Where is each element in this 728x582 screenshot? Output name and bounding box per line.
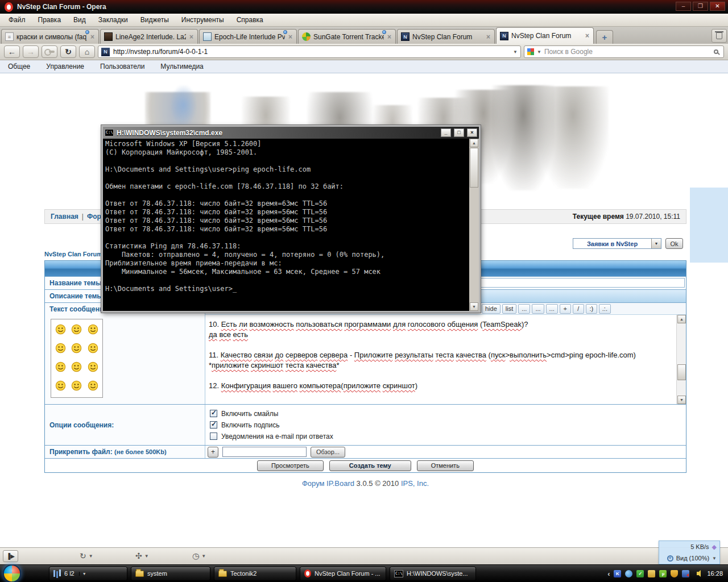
password-button[interactable]: [42, 45, 57, 58]
closed-tabs-button[interactable]: [712, 29, 727, 43]
tab-close-icon[interactable]: ×: [90, 33, 95, 41]
menu-item-Закладки[interactable]: Закладки: [92, 14, 134, 26]
taskbar-button-folder[interactable]: Tectonik2: [214, 567, 296, 581]
cmd-close-button[interactable]: ×: [467, 128, 477, 137]
editor-toolbar-button[interactable]: ...: [532, 304, 544, 314]
bookmark-Управление[interactable]: Управление: [46, 63, 84, 70]
editor-toolbar-button[interactable]: :): [586, 304, 597, 314]
editor-toolbar-button[interactable]: +: [560, 304, 571, 314]
forum-jump-select[interactable]: Заявки в NvStep ▼: [573, 238, 661, 249]
editor-toolbar-button[interactable]: list: [502, 304, 516, 314]
cmd-window[interactable]: C:\ H:\WINDOWS\system32\cmd.exe _ □ × Mi…: [101, 125, 481, 313]
scroll-up-icon[interactable]: ▲: [677, 315, 686, 323]
taskbar-button-folder[interactable]: system: [131, 567, 210, 581]
dry-smiley-icon[interactable]: [88, 380, 98, 393]
cmd-console[interactable]: Microsoft Windows XP [Версия 5.1.2600](C…: [103, 139, 479, 311]
cmd-minimize-button[interactable]: _: [441, 128, 451, 137]
volume-tray-icon[interactable]: [693, 570, 701, 577]
tongue-smiley-icon[interactable]: [55, 380, 66, 393]
cool-smiley-icon[interactable]: [88, 324, 98, 336]
key-tray-icon[interactable]: [648, 570, 655, 577]
cancel-button[interactable]: Отменить: [417, 460, 474, 471]
ohmy-smiley-icon[interactable]: [55, 343, 66, 355]
tray-expand-icon[interactable]: ‹: [607, 569, 610, 578]
blink-smiley-icon[interactable]: [88, 361, 98, 374]
start-button[interactable]: [3, 564, 21, 582]
panels-toggle-button[interactable]: ▐▶: [3, 550, 18, 562]
breadcrumb-home-link[interactable]: Главная: [51, 213, 78, 221]
ipboard-link[interactable]: Форум IP.Board: [302, 479, 354, 488]
sad-smiley-icon[interactable]: [55, 361, 66, 374]
cmd-scroll-up-icon[interactable]: ▲: [470, 139, 478, 147]
message-textarea[interactable]: 10. Есть ли возможность пользоваться про…: [205, 315, 686, 404]
bookmark-Мультимедиа[interactable]: Мультимедиа: [160, 63, 203, 70]
kmplayer-tray-icon[interactable]: K: [614, 570, 621, 577]
close-button[interactable]: ✕: [710, 2, 725, 11]
editor-toolbar-button[interactable]: /: [573, 304, 584, 314]
wacko-smiley-icon[interactable]: [71, 380, 82, 393]
tab-6-active[interactable]: NNvStep Clan Forum×: [496, 27, 594, 44]
antivirus-tray-icon[interactable]: ✓: [636, 570, 644, 577]
new-tab-button[interactable]: +: [596, 30, 613, 44]
reload-button[interactable]: ↻: [60, 45, 76, 58]
tab-4[interactable]: SunGate Torrent Tracker...×: [298, 29, 396, 44]
menu-item-Инструменты[interactable]: Инструменты: [175, 14, 230, 26]
cmd-scrollbar[interactable]: ▲ ▼: [469, 139, 479, 311]
bookmark-Пользователи[interactable]: Пользователи: [100, 63, 144, 70]
checkbox[interactable]: [210, 433, 217, 440]
checkbox-checked[interactable]: [210, 421, 217, 429]
tab-close-icon[interactable]: ×: [288, 33, 293, 41]
tab-3[interactable]: Epoch-Life Interlude PvP...×: [199, 29, 297, 44]
address-field[interactable]: N http://nvstep.ru/forum/4-0-0-1-1 ▼: [98, 45, 521, 58]
grin-smiley-icon[interactable]: [71, 324, 82, 336]
preview-button[interactable]: Просмотреть: [257, 460, 324, 471]
forum-jump-ok-button[interactable]: Ok: [665, 238, 683, 249]
opera-turbo-button[interactable]: ◷▼: [192, 551, 206, 560]
back-button[interactable]: ←: [4, 45, 20, 58]
angry-smiley-icon[interactable]: [55, 324, 66, 336]
editor-toolbar-button[interactable]: hide: [482, 304, 500, 314]
cmd-scroll-down-icon[interactable]: ▼: [470, 302, 478, 311]
wink-smiley-icon[interactable]: [88, 343, 98, 355]
attachment-file-input[interactable]: [222, 447, 307, 457]
menu-item-Вид[interactable]: Вид: [67, 14, 92, 26]
cmd-titlebar[interactable]: C:\ H:\WINDOWS\system32\cmd.exe _ □ ×: [103, 127, 479, 139]
home-button[interactable]: ⌂: [79, 45, 95, 58]
tab-close-icon[interactable]: ×: [486, 33, 491, 41]
opera-link-button[interactable]: ↻▼: [80, 551, 93, 560]
taskbar-button-equalizer[interactable]: 6 l2▼: [49, 567, 127, 581]
tab-5[interactable]: NNvStep Clan Forum×: [397, 29, 495, 44]
cmd-maximize-button[interactable]: □: [454, 128, 464, 137]
search-icon[interactable]: [714, 49, 718, 54]
guard-tray-icon[interactable]: [671, 570, 678, 577]
menu-item-Справка[interactable]: Справка: [230, 14, 270, 26]
tab-2[interactable]: LineAge2 Interlude. La2...×: [100, 29, 198, 44]
tab-close-icon[interactable]: ×: [585, 32, 590, 40]
add-attachment-button[interactable]: +: [208, 447, 218, 458]
messenger-tray-icon[interactable]: [625, 570, 632, 577]
ips-link[interactable]: IPS, Inc.: [401, 479, 429, 488]
rolleyes-smiley-icon[interactable]: [71, 343, 82, 355]
maximize-button[interactable]: ❐: [693, 2, 708, 11]
checkbox-checked[interactable]: [210, 410, 217, 417]
editor-toolbar-button[interactable]: ...: [546, 304, 558, 314]
scroll-down-icon[interactable]: ▼: [677, 396, 686, 404]
opera-unite-button[interactable]: ✣▼: [135, 551, 149, 560]
forward-button[interactable]: →: [23, 45, 39, 58]
tab-close-icon[interactable]: ×: [387, 33, 392, 41]
tab-1[interactable]: ≡краски и символы (faq)×: [1, 29, 99, 44]
tab-close-icon[interactable]: ×: [189, 33, 194, 41]
chevron-down-icon[interactable]: ▼: [712, 556, 717, 561]
bookmark-Общее[interactable]: Общее: [8, 63, 30, 70]
editor-toolbar-button[interactable]: .:.: [599, 304, 611, 314]
browse-button[interactable]: Обзор...: [311, 447, 345, 458]
taskbar-button-cmd[interactable]: C:\H:\WINDOWS\syste...: [390, 567, 476, 581]
cmd-scrollbar-thumb[interactable]: [470, 148, 478, 188]
chevron-down-icon[interactable]: ▼: [79, 572, 86, 576]
chevron-down-icon[interactable]: ▼: [651, 239, 661, 248]
menu-item-Правка[interactable]: Правка: [32, 14, 68, 26]
taskbar-button-opera[interactable]: NvStep Clan Forum - ...: [300, 567, 386, 581]
search-field[interactable]: ▼ Поиск в Google: [524, 45, 724, 58]
minimize-button[interactable]: –: [676, 2, 691, 11]
menu-item-Файл[interactable]: Файл: [2, 14, 32, 26]
